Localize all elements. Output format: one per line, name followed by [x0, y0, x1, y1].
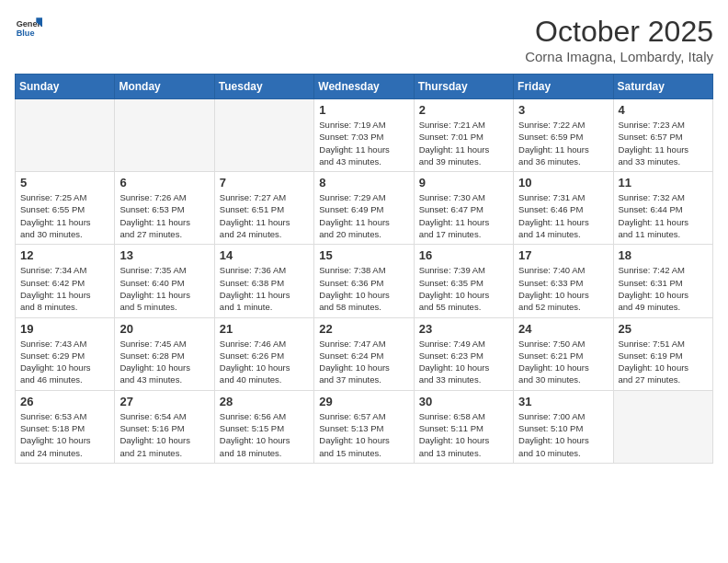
header-thursday: Thursday	[414, 75, 513, 99]
day-number: 24	[518, 322, 608, 336]
day-number: 3	[518, 103, 608, 117]
day-number: 15	[319, 248, 408, 262]
calendar-week-row: 5Sunrise: 7:25 AM Sunset: 6:55 PM Daylig…	[16, 172, 713, 245]
day-number: 5	[20, 176, 109, 190]
day-info: Sunrise: 7:23 AM Sunset: 6:57 PM Dayligh…	[619, 119, 708, 167]
day-number: 6	[119, 176, 209, 190]
day-info: Sunrise: 7:31 AM Sunset: 6:46 PM Dayligh…	[518, 191, 608, 240]
table-row: 25Sunrise: 7:51 AM Sunset: 6:19 PM Dayli…	[613, 317, 712, 390]
day-info: Sunrise: 6:54 AM Sunset: 5:16 PM Dayligh…	[119, 410, 209, 459]
day-number: 10	[518, 176, 608, 190]
table-row: 17Sunrise: 7:40 AM Sunset: 6:33 PM Dayli…	[514, 245, 613, 317]
day-info: Sunrise: 7:51 AM Sunset: 6:19 PM Dayligh…	[619, 338, 708, 386]
day-number: 20	[119, 322, 209, 336]
day-info: Sunrise: 7:34 AM Sunset: 6:42 PM Dayligh…	[20, 264, 109, 313]
day-info: Sunrise: 7:25 AM Sunset: 6:55 PM Dayligh…	[20, 191, 109, 240]
table-row: 29Sunrise: 6:57 AM Sunset: 5:13 PM Dayli…	[314, 390, 414, 463]
day-info: Sunrise: 7:42 AM Sunset: 6:31 PM Dayligh…	[619, 264, 708, 313]
day-info: Sunrise: 6:56 AM Sunset: 5:15 PM Dayligh…	[220, 410, 309, 459]
day-number: 8	[319, 176, 408, 190]
calendar-week-row: 1Sunrise: 7:19 AM Sunset: 7:03 PM Daylig…	[16, 99, 713, 172]
day-info: Sunrise: 7:45 AM Sunset: 6:28 PM Dayligh…	[119, 338, 209, 386]
header-sunday: Sunday	[16, 75, 115, 99]
day-number: 29	[319, 395, 408, 408]
day-number: 13	[119, 248, 209, 262]
table-row: 6Sunrise: 7:26 AM Sunset: 6:53 PM Daylig…	[115, 172, 214, 245]
day-number: 18	[619, 248, 708, 262]
calendar-week-row: 26Sunrise: 6:53 AM Sunset: 5:18 PM Dayli…	[16, 390, 713, 463]
table-row: 22Sunrise: 7:47 AM Sunset: 6:24 PM Dayli…	[314, 317, 414, 390]
day-info: Sunrise: 6:57 AM Sunset: 5:13 PM Dayligh…	[319, 410, 408, 459]
calendar-week-row: 12Sunrise: 7:34 AM Sunset: 6:42 PM Dayli…	[16, 245, 713, 317]
day-info: Sunrise: 7:32 AM Sunset: 6:44 PM Dayligh…	[619, 191, 708, 240]
table-row: 19Sunrise: 7:43 AM Sunset: 6:29 PM Dayli…	[16, 317, 115, 390]
table-row: 12Sunrise: 7:34 AM Sunset: 6:42 PM Dayli…	[16, 245, 115, 317]
day-number: 28	[220, 395, 309, 408]
calendar-week-row: 19Sunrise: 7:43 AM Sunset: 6:29 PM Dayli…	[16, 317, 713, 390]
location-subtitle: Corna Imagna, Lombardy, Italy	[525, 49, 713, 64]
table-row	[115, 99, 214, 172]
day-number: 7	[220, 176, 309, 190]
day-number: 9	[419, 176, 508, 190]
header-monday: Monday	[115, 75, 214, 99]
table-row: 2Sunrise: 7:21 AM Sunset: 7:01 PM Daylig…	[414, 99, 513, 172]
table-row	[214, 99, 313, 172]
day-info: Sunrise: 7:49 AM Sunset: 6:23 PM Dayligh…	[419, 338, 508, 386]
day-info: Sunrise: 7:50 AM Sunset: 6:21 PM Dayligh…	[518, 338, 608, 386]
table-row: 31Sunrise: 7:00 AM Sunset: 5:10 PM Dayli…	[514, 390, 613, 463]
table-row	[613, 390, 712, 463]
day-info: Sunrise: 7:46 AM Sunset: 6:26 PM Dayligh…	[220, 338, 309, 386]
table-row: 26Sunrise: 6:53 AM Sunset: 5:18 PM Dayli…	[16, 390, 115, 463]
day-number: 21	[220, 322, 309, 336]
table-row: 9Sunrise: 7:30 AM Sunset: 6:47 PM Daylig…	[414, 172, 513, 245]
svg-text:Blue: Blue	[17, 29, 35, 38]
day-info: Sunrise: 7:26 AM Sunset: 6:53 PM Dayligh…	[119, 191, 209, 240]
day-number: 23	[419, 322, 508, 336]
table-row: 7Sunrise: 7:27 AM Sunset: 6:51 PM Daylig…	[214, 172, 313, 245]
day-number: 19	[20, 322, 109, 336]
day-number: 11	[619, 176, 708, 190]
day-number: 16	[419, 248, 508, 262]
day-number: 14	[220, 248, 309, 262]
day-info: Sunrise: 7:27 AM Sunset: 6:51 PM Dayligh…	[220, 191, 309, 240]
day-number: 25	[619, 322, 708, 336]
header-tuesday: Tuesday	[214, 75, 313, 99]
table-row: 13Sunrise: 7:35 AM Sunset: 6:40 PM Dayli…	[115, 245, 214, 317]
day-info: Sunrise: 7:19 AM Sunset: 7:03 PM Dayligh…	[319, 119, 408, 167]
day-number: 26	[20, 395, 109, 408]
header-friday: Friday	[514, 75, 613, 99]
calendar-table: Sunday Monday Tuesday Wednesday Thursday…	[15, 74, 713, 464]
day-info: Sunrise: 7:38 AM Sunset: 6:36 PM Dayligh…	[319, 264, 408, 313]
table-row: 14Sunrise: 7:36 AM Sunset: 6:38 PM Dayli…	[214, 245, 313, 317]
day-number: 27	[119, 395, 209, 408]
calendar-header-row: Sunday Monday Tuesday Wednesday Thursday…	[16, 75, 713, 99]
day-info: Sunrise: 6:53 AM Sunset: 5:18 PM Dayligh…	[20, 410, 109, 459]
day-info: Sunrise: 7:22 AM Sunset: 6:59 PM Dayligh…	[518, 119, 608, 167]
table-row: 3Sunrise: 7:22 AM Sunset: 6:59 PM Daylig…	[514, 99, 613, 172]
day-info: Sunrise: 7:35 AM Sunset: 6:40 PM Dayligh…	[119, 264, 209, 313]
table-row	[16, 99, 115, 172]
table-row: 28Sunrise: 6:56 AM Sunset: 5:15 PM Dayli…	[214, 390, 313, 463]
day-number: 12	[20, 248, 109, 262]
day-number: 30	[419, 395, 508, 408]
day-info: Sunrise: 7:40 AM Sunset: 6:33 PM Dayligh…	[518, 264, 608, 313]
month-title: October 2025	[525, 15, 713, 49]
table-row: 21Sunrise: 7:46 AM Sunset: 6:26 PM Dayli…	[214, 317, 313, 390]
table-row: 11Sunrise: 7:32 AM Sunset: 6:44 PM Dayli…	[613, 172, 712, 245]
day-number: 4	[619, 103, 708, 117]
table-row: 10Sunrise: 7:31 AM Sunset: 6:46 PM Dayli…	[514, 172, 613, 245]
table-row: 23Sunrise: 7:49 AM Sunset: 6:23 PM Dayli…	[414, 317, 513, 390]
day-number: 31	[518, 395, 608, 408]
table-row: 24Sunrise: 7:50 AM Sunset: 6:21 PM Dayli…	[514, 317, 613, 390]
header-saturday: Saturday	[613, 75, 712, 99]
day-info: Sunrise: 7:21 AM Sunset: 7:01 PM Dayligh…	[419, 119, 508, 167]
table-row: 4Sunrise: 7:23 AM Sunset: 6:57 PM Daylig…	[613, 99, 712, 172]
table-row: 18Sunrise: 7:42 AM Sunset: 6:31 PM Dayli…	[613, 245, 712, 317]
table-row: 5Sunrise: 7:25 AM Sunset: 6:55 PM Daylig…	[16, 172, 115, 245]
table-row: 20Sunrise: 7:45 AM Sunset: 6:28 PM Dayli…	[115, 317, 214, 390]
day-number: 2	[419, 103, 508, 117]
day-info: Sunrise: 6:58 AM Sunset: 5:11 PM Dayligh…	[419, 410, 508, 459]
page-header: General Blue October 2025 Corna Imagna, …	[15, 15, 713, 64]
day-info: Sunrise: 7:29 AM Sunset: 6:49 PM Dayligh…	[319, 191, 408, 240]
day-info: Sunrise: 7:39 AM Sunset: 6:35 PM Dayligh…	[419, 264, 508, 313]
